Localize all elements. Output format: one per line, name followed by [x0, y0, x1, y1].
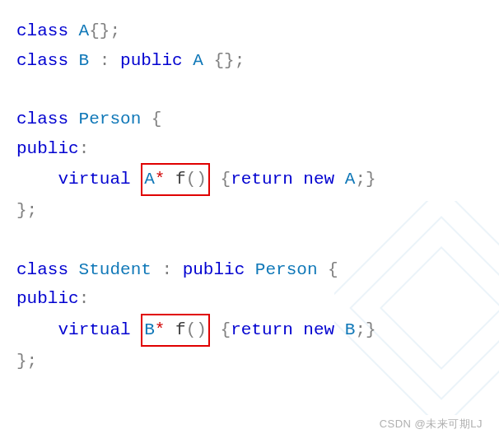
blank-line [16, 226, 483, 255]
code-line-2: class B : public A {}; [16, 46, 483, 76]
code-line-3: class Person { [16, 105, 483, 134]
highlight-box-2: B* f() [141, 314, 210, 347]
code-line-6: }; [16, 196, 483, 226]
code-line-8: public: [16, 284, 483, 314]
code-line-1: class A{}; [16, 16, 483, 46]
highlight-box-1: A* f() [141, 163, 210, 196]
code-line-5: virtual A* f() {return new A;} [16, 163, 483, 196]
code-line-7: class Student : public Person { [16, 255, 483, 285]
code-line-10: }; [16, 347, 483, 376]
csdn-watermark: CSDN @未来可期LJ [380, 415, 483, 433]
code-line-9: virtual B* f() {return new B;} [16, 314, 483, 347]
blank-line [16, 75, 483, 105]
code-line-4: public: [16, 134, 483, 164]
